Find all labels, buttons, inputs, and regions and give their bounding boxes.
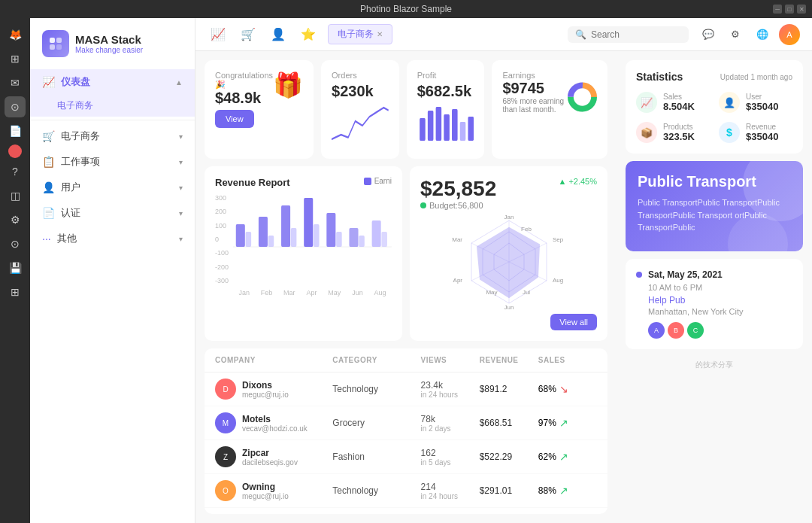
budget-label: Budget:56,800 [429,201,483,210]
ecommerce-icon: 🛒 [42,130,55,142]
sidebar-item-ecommerce[interactable]: 🛒 电子商务 ▾ [30,123,195,149]
congratulations-value: $48.9k [215,90,273,107]
sidebar-item-ecommerce-sub[interactable]: 电子商务 [30,95,195,117]
circle-icon[interactable]: ⊙ [5,96,26,117]
views-0: 23.4k [421,380,480,391]
svg-rect-20 [281,205,290,247]
maximize-button[interactable]: □ [785,5,794,14]
company-info-0: D Dixons meguc@ruj.io [215,379,332,400]
language-button[interactable]: 🌐 [752,24,773,45]
sidebar-item-other[interactable]: ··· 其他 ▾ [30,226,195,251]
svg-rect-21 [291,228,297,247]
svg-text:Jan: Jan [504,214,514,220]
help-icon[interactable]: ? [5,161,26,182]
svg-rect-3 [56,44,62,50]
logo-area: MASA Stack Make change easier [30,30,195,69]
public-transport-card: Public Transport Public TransportPublic … [626,161,803,251]
chevron-down-icon-1: ▾ [179,132,183,141]
stats-row: Congratulations🎉 $48.9k 🎁 View Orders $2… [205,60,607,159]
doc-icon[interactable]: 📄 [5,120,26,141]
topnav-cart-icon[interactable]: 🛒 [238,24,259,44]
svg-rect-16 [236,224,245,247]
svg-rect-26 [349,228,358,247]
statistics-card: Statistics Updated 1 month ago 📈 Sales 8… [626,60,803,154]
split-icon[interactable]: ◫ [5,185,26,206]
category-0: Technology [332,384,420,394]
search-area: 🔍 [568,26,689,43]
svg-rect-2 [50,44,55,50]
event-dot [636,272,642,278]
chevron-down-icon-3: ▾ [179,184,183,192]
red-icon[interactable] [8,144,22,158]
company-name-1: Motels [242,414,308,424]
topnav-user-icon[interactable]: 👤 [268,24,289,44]
mail-icon[interactable]: ✉ [5,72,26,93]
firefox-icon[interactable]: 🦊 [5,24,26,45]
bar-chart-area: Jan Feb Mar Apr May Jun Aug [233,194,392,300]
close-tab-icon[interactable]: ✕ [377,30,383,38]
ring-icon[interactable]: ⊙ [5,233,26,254]
stat-item-products: 📦 Products 323.5K [636,122,710,143]
svg-rect-29 [381,232,387,247]
svg-text:Feb: Feb [521,226,532,233]
profit-card: Profit $682.5k [407,60,485,159]
settings-button[interactable]: ⚙ [725,24,746,45]
brand-tagline: Make change easier [75,46,143,54]
revenue-3: $291.01 [480,485,538,496]
chat-button[interactable]: 💬 [698,24,719,45]
svg-text:May: May [486,289,497,296]
orders-value: $230k [332,83,389,100]
topnav-chart-icon[interactable]: 📈 [208,24,229,44]
sidebar-item-tasks[interactable]: 📋 工作事项 ▾ [30,149,195,175]
user-value: $35040 [746,101,778,112]
grid-icon[interactable]: ⊞ [5,48,26,69]
col-category: CATEGORY [332,356,420,364]
tasks-icon: 📋 [42,156,55,168]
col-revenue: REVENUE [480,356,538,364]
svg-rect-10 [468,117,474,141]
revenue-1: $668.51 [480,418,538,428]
views-sub-2: in 5 days [421,458,480,467]
event-avatars: A B C [648,322,792,339]
gear-icon[interactable]: ⚙ [5,209,26,230]
active-tab[interactable]: 电子商务 ✕ [328,24,392,44]
view-all-button[interactable]: View all [550,314,597,330]
company-avatar-2: Z [215,446,236,467]
avatar[interactable]: A [779,24,800,45]
sidebar-label-tasks: 工作事项 [61,155,179,169]
window-controls[interactable]: ─ □ ✕ [773,5,806,14]
chevron-down-icon-2: ▾ [179,158,183,166]
earnings-card: Earnings $9745 68% more earning than las… [492,60,607,159]
company-email-2: dacilebseqis.gov [242,458,298,467]
svg-rect-23 [314,224,320,247]
search-input[interactable] [591,29,681,40]
logo-icon [42,30,69,57]
views-sub-1: in 2 days [421,424,480,433]
congratulations-card: Congratulations🎉 $48.9k 🎁 View [205,60,314,159]
x-axis-labels: Jan Feb Mar Apr May Jun Aug [233,289,392,296]
chevron-up-icon: ▲ [175,78,183,87]
sidebar-item-users[interactable]: 👤 用户 ▾ [30,175,195,200]
user-stat-icon: 👤 [719,92,740,113]
radar-chart-svg: Jan Sep Aug Jun Apr Mar May Jul Feb [449,213,569,311]
sidebar-label-dashboard: 仪表盘 [61,75,175,89]
products-label: Products [663,123,695,131]
legend-label: Earni [374,177,392,185]
svg-text:Sep: Sep [553,236,564,243]
company-name-0: Dixons [242,380,289,391]
revenue-2: $522.29 [480,452,538,462]
products-icon: 📦 [636,122,657,143]
apps-icon[interactable]: ⊞ [5,281,26,303]
orders-line-chart [332,103,389,148]
sidebar-item-dashboard[interactable]: 📈 仪表盘 ▲ [30,69,195,95]
trend-icon-2: ↗ [559,451,568,463]
sidebar-item-auth[interactable]: 📄 认证 ▾ [30,200,195,226]
save-icon[interactable]: 💾 [5,257,26,278]
topnav-star-icon[interactable]: ⭐ [298,24,319,44]
change-badge: ▲ +2.45% [558,177,597,186]
sales-label: Sales [663,93,695,101]
svg-text:Aug: Aug [553,277,563,284]
view-button[interactable]: View [215,110,254,128]
close-button[interactable]: ✕ [797,5,806,14]
minimize-button[interactable]: ─ [773,5,782,14]
